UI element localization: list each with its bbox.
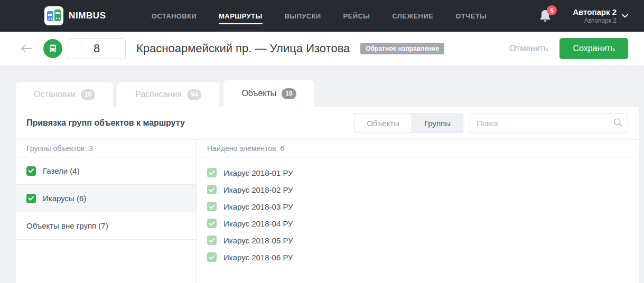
account-name: Автопарк 2 [573, 7, 617, 17]
search-icon [613, 118, 623, 127]
tab-objects-count-badge: 10 [282, 88, 296, 99]
list-item: Икарус 2018-01 РУ [197, 164, 639, 181]
search-box [470, 114, 628, 133]
route-actions: Отменить Сохранить [509, 38, 628, 59]
tab-schedules[interactable]: Расписания 94 [117, 82, 219, 107]
direction-badge: Обратное направление [360, 43, 444, 54]
nav-item-routes[interactable]: МАРШРУТЫ [219, 8, 262, 24]
group-row-ungrouped[interactable]: Объекты вне групп (7) [16, 212, 196, 240]
elements-list: Икарус 2018-01 РУ Икарус 2018-02 РУ Икар… [197, 157, 639, 266]
route-type-bus-icon [43, 39, 62, 58]
object-label: Икарус 2018-03 РУ [223, 202, 293, 211]
list-item: Икарус 2018-06 РУ [197, 249, 639, 266]
route-tabs: Остановки 10 Расписания 94 Объекты 10 [0, 66, 644, 107]
tab-stops-label: Остановки [34, 90, 76, 99]
notifications-button[interactable]: 5 [539, 8, 553, 23]
list-item: Икарус 2018-03 РУ [197, 198, 639, 215]
list-item: Икарус 2018-02 РУ [197, 181, 639, 198]
objects-panel: Привязка групп объектов к маршруту Объек… [16, 107, 639, 283]
checkbox-checked-muted-icon[interactable] [207, 202, 217, 211]
object-label: Икарус 2018-02 РУ [223, 185, 293, 194]
checkbox-checked-icon[interactable] [26, 166, 36, 176]
toggle-objects-button[interactable]: Объекты [354, 114, 412, 133]
checkbox-checked-icon[interactable] [26, 194, 36, 203]
cancel-button[interactable]: Отменить [509, 44, 548, 53]
panel-columns: Группы объектов: 3 Газели (4) Икарусы (6… [16, 139, 639, 283]
tab-schedules-label: Расписания [135, 90, 182, 99]
toggle-groups-button[interactable]: Группы [412, 114, 463, 133]
panel-title: Привязка групп объектов к маршруту [26, 118, 185, 128]
group-label: Объекты вне групп (7) [26, 221, 108, 230]
group-row-ikarusy[interactable]: Икарусы (6) [16, 185, 196, 212]
brand-name: NIMBUS [69, 11, 106, 21]
tab-objects[interactable]: Объекты 10 [223, 80, 314, 107]
group-row-gazeli[interactable]: Газели (4) [16, 157, 196, 185]
panel-controls: Объекты Группы [354, 114, 628, 133]
object-label: Икарус 2018-05 РУ [223, 236, 293, 245]
app-window: NIMBUS ОСТАНОВКИ МАРШРУТЫ ВЫПУСКИ РЕЙСЫ … [0, 0, 644, 283]
account-subtitle: Автопарк 2 [573, 17, 617, 24]
object-label: Икарус 2018-06 РУ [223, 253, 293, 262]
tab-objects-label: Объекты [241, 89, 276, 98]
back-button[interactable] [20, 42, 34, 55]
main-nav: ОСТАНОВКИ МАРШРУТЫ ВЫПУСКИ РЕЙСЫ СЛЕЖЕНИ… [152, 8, 487, 24]
checkbox-checked-muted-icon[interactable] [207, 252, 217, 262]
groups-column-header: Группы объектов: 3 [16, 140, 196, 157]
route-header-bar: Красноармейский пр. — Улица Изотова Обра… [0, 32, 644, 66]
elements-column-header: Найдено элементов: 6 [197, 140, 639, 157]
checkbox-checked-muted-icon[interactable] [207, 168, 217, 177]
route-title: Красноармейский пр. — Улица Изотова [136, 42, 350, 55]
list-item: Икарус 2018-04 РУ [197, 215, 639, 232]
nav-item-tracking[interactable]: СЛЕЖЕНИЕ [392, 8, 433, 24]
panel-header: Привязка групп объектов к маршруту Объек… [16, 107, 639, 139]
tab-stops[interactable]: Остановки 10 [16, 82, 113, 107]
topbar-right: 5 Автопарк 2 Автопарк 2 [539, 7, 628, 24]
checkbox-checked-muted-icon[interactable] [207, 185, 217, 194]
elements-column: Найдено элементов: 6 Икарус 2018-01 РУ И… [197, 140, 639, 283]
nimbus-logo-icon [44, 6, 63, 25]
group-label: Икарусы (6) [43, 194, 86, 203]
notification-count-badge: 5 [547, 5, 557, 15]
tab-schedules-count-badge: 94 [187, 89, 201, 100]
nav-item-reports[interactable]: ОТЧЕТЫ [455, 8, 487, 24]
route-number-input[interactable] [68, 38, 126, 59]
account-texts: Автопарк 2 Автопарк 2 [573, 7, 617, 24]
group-label: Газели (4) [43, 166, 80, 175]
nav-item-stops[interactable]: ОСТАНОВКИ [152, 8, 197, 24]
view-toggle-group: Объекты Группы [354, 114, 463, 133]
list-item: Икарус 2018-05 РУ [197, 232, 639, 249]
checkbox-checked-muted-icon[interactable] [207, 219, 217, 228]
chevron-down-icon [622, 14, 628, 18]
top-navigation-bar: NIMBUS ОСТАНОВКИ МАРШРУТЫ ВЫПУСКИ РЕЙСЫ … [0, 0, 644, 32]
search-input[interactable] [470, 114, 628, 133]
brand-logo[interactable]: NIMBUS [44, 6, 106, 25]
arrow-left-icon [20, 44, 33, 53]
object-label: Икарус 2018-04 РУ [223, 219, 293, 228]
save-button[interactable]: Сохранить [559, 38, 628, 59]
nav-item-outputs[interactable]: ВЫПУСКИ [285, 8, 321, 24]
checkbox-checked-muted-icon[interactable] [207, 235, 217, 245]
tab-stops-count-badge: 10 [81, 89, 95, 100]
nav-item-trips[interactable]: РЕЙСЫ [343, 8, 370, 24]
bus-icon [48, 44, 58, 53]
account-menu[interactable]: Автопарк 2 Автопарк 2 [573, 7, 628, 24]
groups-column: Группы объектов: 3 Газели (4) Икарусы (6… [16, 140, 197, 283]
object-label: Икарус 2018-01 РУ [223, 168, 293, 177]
